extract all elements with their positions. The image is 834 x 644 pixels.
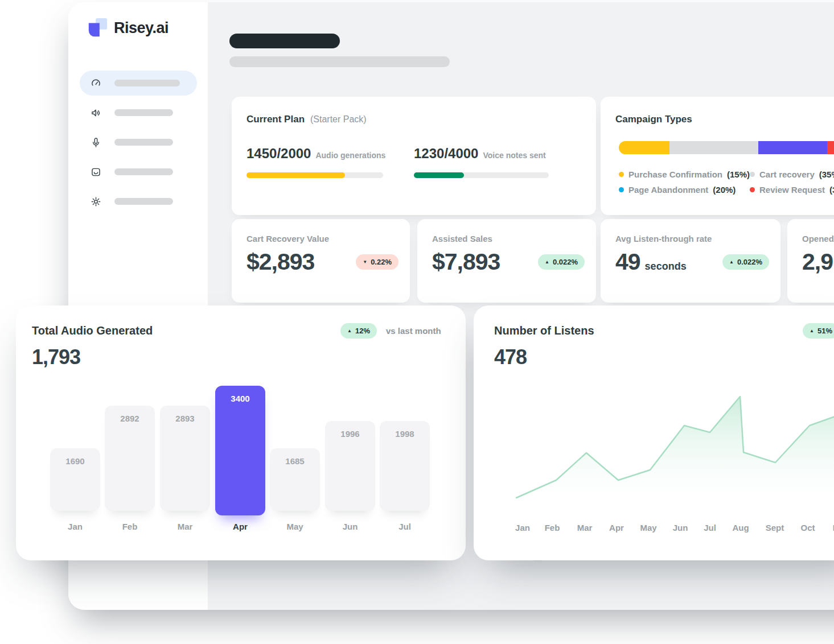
area-month-label: Nov	[828, 523, 834, 532]
bar-mar[interactable]: 2893	[160, 406, 210, 511]
area-month-label: Sept	[762, 523, 787, 532]
bar-month-label: Jan	[50, 522, 100, 531]
stat-unit: seconds	[645, 261, 687, 273]
stat-trend-badge: ▼0.22%	[356, 254, 398, 270]
legend-percent: (35%)	[819, 170, 834, 179]
sidebar-item-speaker[interactable]	[80, 100, 197, 125]
bar-month-label: Feb	[105, 522, 155, 531]
bar-jan[interactable]: 1690	[50, 448, 100, 511]
stat-card: Avg Listen-through rate49seconds▲0.022%	[601, 219, 780, 303]
area-month-label: Jul	[697, 523, 722, 532]
legend-percent: (15%)	[727, 170, 750, 179]
bar-month-label: Jul	[380, 522, 430, 531]
bar-month-label: May	[270, 522, 320, 531]
page-subtitle-placeholder	[229, 56, 450, 67]
stat-trend-badge: ▲0.022%	[722, 254, 769, 270]
nav-label-placeholder	[114, 198, 173, 205]
bar-value-label: 2893	[160, 406, 210, 423]
stat-value: $7,893	[432, 249, 500, 275]
legend-item: Purchase Confirmation(15%)	[619, 170, 750, 179]
sidebar-item-gauge[interactable]	[80, 71, 197, 96]
legend-dot-icon	[750, 187, 755, 192]
bar-apr[interactable]: 3400	[215, 386, 265, 515]
stat-value: $2,893	[246, 249, 314, 275]
stat-card: Cart Recovery Value$2,893▼0.22%	[232, 219, 410, 303]
legend-item: Cart recovery(35%)	[750, 170, 834, 179]
total-audio-value: 1,793	[32, 345, 80, 369]
total-audio-trend-badge: ▲12%	[340, 323, 377, 338]
bar-value-label: 1690	[50, 448, 100, 466]
campaign-segment	[827, 141, 834, 154]
legend-percent: (20%)	[713, 185, 736, 195]
usage-progress-track	[414, 172, 549, 178]
stat-card: Opened/2,9	[787, 219, 834, 303]
legend-item: Page Abandonment(20%)	[619, 185, 736, 195]
stat-value: 2,9	[802, 249, 833, 275]
usage-label: Voice notes sent	[483, 151, 545, 160]
bar-may[interactable]: 1685	[270, 448, 320, 511]
total-audio-title: Total Audio Generated	[32, 324, 153, 337]
bar-feb[interactable]: 2892	[105, 406, 155, 511]
listens-value: 478	[494, 345, 527, 369]
area-month-label: Feb	[540, 523, 565, 532]
campaign-types-card: Campaign Types Purchase Confirmation(15%…	[601, 97, 834, 215]
sidebar-item-gear[interactable]	[80, 189, 197, 214]
total-audio-generated-card: Total Audio Generated 1,793 ▲12% vs last…	[16, 306, 466, 560]
number-of-listens-card: Number of Listens 478 ▲51% JanFebMarAprM…	[474, 306, 834, 560]
gauge-icon	[90, 77, 102, 89]
stat-trend-badge: ▲0.022%	[538, 254, 585, 270]
sidebar-item-inbox[interactable]	[80, 159, 197, 184]
dashboard-page: Risey.ai Current Plan (Starter Pack) 145…	[0, 0, 834, 644]
stat-label: Avg Listen-through rate	[615, 234, 712, 243]
stat-label: Cart Recovery Value	[246, 234, 329, 243]
brand-logo[interactable]: Risey.ai	[87, 17, 169, 39]
legend-label: Purchase Confirmation	[628, 170, 722, 179]
bar-month-label: Mar	[160, 522, 210, 531]
campaign-distribution-bar	[619, 141, 834, 154]
gear-icon	[90, 196, 102, 208]
legend-label: Cart recovery	[759, 170, 815, 179]
sidebar-item-mic[interactable]	[80, 130, 197, 155]
area-month-label: Jan	[510, 523, 535, 532]
usage-value: 1450/2000	[246, 146, 311, 162]
legend-dot-icon	[619, 187, 624, 192]
legend-label: Review Request	[759, 185, 825, 195]
vs-last-month-label: vs last month	[386, 326, 441, 336]
area-month-label: Mar	[572, 523, 597, 532]
area-month-label: May	[636, 523, 661, 532]
stat-card: Assisted Sales$7,893▲0.022%	[417, 219, 596, 303]
area-fill	[516, 397, 834, 523]
brand-name: Risey.ai	[114, 19, 169, 37]
campaign-segment	[619, 141, 669, 154]
legend-label: Page Abandonment	[628, 185, 708, 195]
usage-value: 1230/4000	[414, 146, 478, 162]
bar-jun[interactable]: 1996	[325, 421, 375, 511]
arrow-up-icon: ▲	[810, 329, 814, 333]
campaign-types-title: Campaign Types	[615, 114, 692, 125]
bar-month-label: Apr	[215, 522, 265, 531]
bar-value-label: 1685	[270, 448, 320, 466]
bar-value-label: 1998	[380, 421, 430, 439]
bar-value-label: 3400	[215, 386, 265, 403]
usage-label: Audio generations	[315, 151, 385, 160]
legend-percent: (30%)	[829, 185, 834, 195]
arrow-up-icon: ▲	[347, 329, 352, 333]
nav-label-placeholder	[114, 168, 173, 175]
usage-progress-fill	[246, 172, 345, 178]
listens-area-chart	[474, 370, 834, 523]
bar-jul[interactable]: 1998	[380, 421, 430, 511]
page-title-placeholder	[229, 34, 340, 48]
mic-icon	[90, 137, 102, 148]
bar-month-label: Jun	[325, 522, 375, 531]
legend-item: Review Request(30%)	[750, 185, 834, 195]
campaign-segment	[758, 141, 827, 154]
bar-value-label: 1996	[325, 421, 375, 439]
speaker-icon	[90, 107, 102, 119]
usage-progress-fill	[414, 172, 464, 178]
stat-value: 49	[615, 249, 640, 275]
current-plan-subtitle: (Starter Pack)	[310, 114, 367, 125]
legend-dot-icon	[619, 172, 624, 177]
current-plan-card: Current Plan (Starter Pack) 1450/2000Aud…	[232, 97, 596, 215]
area-chart-svg	[474, 370, 834, 523]
area-month-label: Aug	[728, 523, 753, 532]
